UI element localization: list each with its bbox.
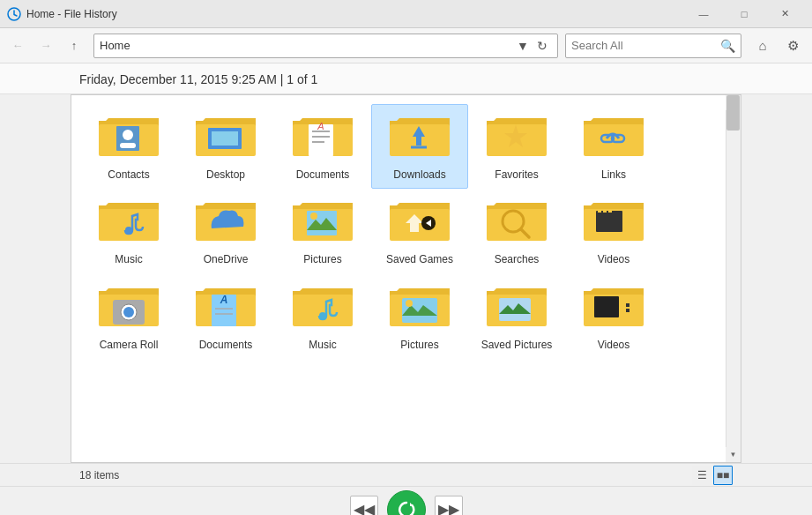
svg-rect-29 bbox=[99, 209, 159, 241]
file-label: Music bbox=[115, 253, 142, 265]
file-label: Favorites bbox=[495, 168, 538, 181]
file-label: Searches bbox=[495, 253, 540, 265]
svg-rect-38 bbox=[390, 209, 450, 241]
folder-icon bbox=[582, 282, 645, 335]
scroll-thumb[interactable] bbox=[726, 95, 740, 131]
home-button[interactable]: ⌂ bbox=[749, 34, 777, 58]
folder-icon bbox=[485, 197, 548, 250]
window-title: Home - File History bbox=[26, 8, 683, 20]
folder-icon bbox=[291, 282, 354, 335]
scroll-down[interactable]: ▼ bbox=[726, 447, 741, 462]
maximize-button[interactable]: □ bbox=[724, 0, 764, 28]
svg-rect-49 bbox=[598, 211, 601, 213]
grid-view-button[interactable]: ■■ bbox=[713, 466, 733, 485]
svg-point-65 bbox=[319, 312, 326, 319]
file-label: Links bbox=[601, 168, 626, 181]
file-label: Videos bbox=[598, 339, 629, 351]
window-controls: — □ ✕ bbox=[683, 0, 805, 28]
svg-rect-51 bbox=[608, 211, 612, 213]
file-label: Videos bbox=[598, 253, 629, 265]
file-item[interactable]: Pictures bbox=[371, 274, 468, 359]
search-icon: 🔍 bbox=[720, 39, 735, 53]
svg-text:A: A bbox=[317, 121, 324, 131]
settings-button[interactable]: ⚙ bbox=[778, 34, 807, 58]
list-view-button[interactable]: ☰ bbox=[692, 466, 711, 485]
file-item[interactable]: Favorites bbox=[468, 104, 565, 189]
file-label: Downloads bbox=[393, 168, 445, 181]
app-icon bbox=[7, 7, 21, 21]
folder-icon bbox=[388, 282, 451, 335]
svg-point-56 bbox=[123, 307, 134, 317]
svg-point-30 bbox=[125, 227, 132, 234]
folder-icon bbox=[388, 197, 451, 250]
next-button[interactable]: ▶▶ bbox=[435, 496, 463, 516]
folder-icon bbox=[485, 282, 548, 335]
datebar: Friday, December 11, 2015 9:25 AM | 1 of… bbox=[0, 63, 812, 94]
file-item[interactable]: ADocuments bbox=[274, 104, 371, 189]
svg-point-36 bbox=[310, 213, 317, 220]
minimize-button[interactable]: — bbox=[683, 0, 724, 28]
address-input[interactable] bbox=[100, 39, 513, 52]
file-label: Documents bbox=[199, 339, 253, 351]
file-item[interactable]: Downloads bbox=[371, 104, 468, 189]
play-button[interactable] bbox=[387, 490, 426, 516]
forward-button[interactable]: → bbox=[34, 34, 58, 58]
file-item[interactable]: Videos bbox=[565, 274, 662, 359]
file-label: Pictures bbox=[400, 339, 438, 351]
up-button[interactable]: ↑ bbox=[62, 34, 86, 58]
svg-rect-42 bbox=[487, 209, 547, 241]
close-button[interactable]: ✕ bbox=[764, 0, 805, 28]
statusbar: 18 items ☰ ■■ bbox=[0, 463, 812, 486]
svg-rect-77 bbox=[626, 303, 629, 307]
folder-icon bbox=[97, 112, 160, 165]
file-label: Saved Pictures bbox=[481, 339, 553, 351]
restore-icon bbox=[397, 500, 416, 516]
svg-marker-76 bbox=[628, 300, 640, 316]
svg-text:A: A bbox=[220, 294, 228, 306]
file-item[interactable]: Saved Pictures bbox=[468, 274, 565, 359]
file-area: Contacts Desktop ADocuments Downloads Fa… bbox=[71, 94, 741, 463]
file-item[interactable]: Camera Roll bbox=[80, 274, 177, 359]
item-count: 18 items bbox=[79, 469, 119, 481]
file-label: Music bbox=[309, 339, 336, 351]
folder-icon bbox=[97, 197, 160, 250]
file-item[interactable]: Searches bbox=[468, 189, 565, 273]
refresh-button[interactable]: ↻ bbox=[533, 36, 552, 56]
file-item[interactable]: Videos bbox=[565, 189, 662, 273]
svg-rect-78 bbox=[626, 309, 629, 312]
view-toggle: ☰ ■■ bbox=[692, 466, 733, 485]
folder-icon bbox=[485, 112, 548, 165]
folder-icon bbox=[582, 197, 645, 250]
folder-icon bbox=[582, 112, 645, 165]
svg-rect-64 bbox=[293, 295, 353, 326]
svg-rect-5 bbox=[120, 143, 136, 148]
back-button[interactable]: ← bbox=[5, 34, 30, 58]
date-text: Friday, December 11, 2015 9:25 AM | 1 of… bbox=[79, 72, 317, 86]
svg-marker-79 bbox=[410, 503, 413, 506]
folder-icon: A bbox=[291, 112, 354, 165]
file-label: Documents bbox=[296, 168, 350, 181]
file-grid: Contacts Desktop ADocuments Downloads Fa… bbox=[71, 95, 726, 368]
dropdown-button[interactable]: ▼ bbox=[513, 36, 533, 56]
svg-rect-9 bbox=[212, 131, 238, 146]
file-item[interactable]: Desktop bbox=[177, 104, 274, 189]
file-item[interactable]: OneDrive bbox=[177, 189, 274, 273]
file-item[interactable]: Contacts bbox=[80, 104, 177, 189]
file-item[interactable]: Music bbox=[80, 189, 177, 273]
file-item[interactable]: ADocuments bbox=[177, 274, 274, 359]
file-item[interactable]: Links bbox=[565, 104, 662, 189]
svg-rect-47 bbox=[596, 211, 622, 232]
file-item[interactable]: Saved Games bbox=[371, 189, 468, 273]
prev-button[interactable]: ◀◀ bbox=[350, 496, 378, 516]
folder-icon bbox=[388, 112, 451, 165]
file-item[interactable]: Pictures bbox=[274, 189, 371, 273]
file-label: Contacts bbox=[108, 168, 149, 181]
folder-icon bbox=[291, 197, 354, 250]
file-item[interactable]: Music bbox=[274, 274, 371, 359]
svg-rect-50 bbox=[603, 211, 607, 213]
address-bar: ▼ ↻ bbox=[93, 34, 558, 58]
search-input[interactable] bbox=[571, 39, 720, 52]
scrollbar[interactable]: ▲ ▼ bbox=[726, 95, 741, 462]
svg-rect-75 bbox=[594, 296, 619, 317]
playerbar: ◀◀ ▶▶ bbox=[0, 486, 812, 515]
